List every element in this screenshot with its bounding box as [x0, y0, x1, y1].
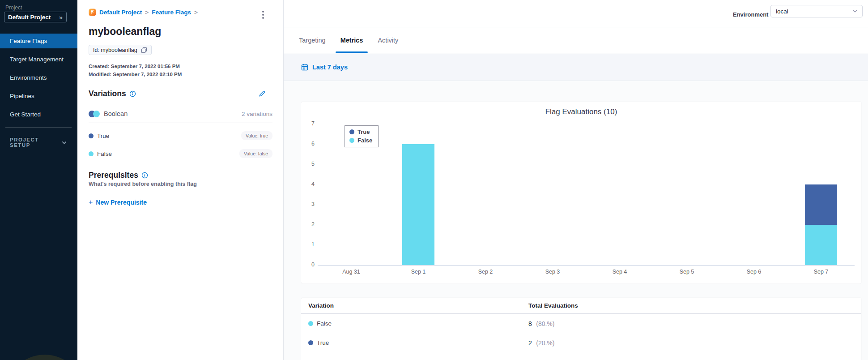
- sidebar-item-get-started[interactable]: Get Started: [0, 107, 77, 122]
- environment-select[interactable]: local: [770, 5, 863, 17]
- x-axis-label: Sep 3: [526, 269, 579, 275]
- bar-false-sep-1: [402, 144, 434, 265]
- environment-select-value: local: [776, 8, 788, 15]
- sidebar-item-environments[interactable]: Environments: [0, 70, 77, 85]
- modified-timestamp: Modified: September 7, 2022 02:10 PM: [89, 72, 182, 77]
- environment-header: Environment local: [284, 0, 868, 27]
- legend-item-false: False: [349, 137, 372, 144]
- main-panel: Environment local Targeting Metrics Acti…: [284, 0, 868, 360]
- y-axis-label: 3: [301, 201, 315, 207]
- sidebar-item-pipelines[interactable]: Pipelines: [0, 89, 77, 103]
- true-variation-dot: [89, 133, 94, 138]
- project-selector-value: Default Project: [8, 14, 51, 21]
- table-row: True 2 (20.%): [301, 333, 861, 352]
- variation-name: False: [97, 150, 112, 157]
- table-row: False 8 (80.%): [301, 314, 861, 333]
- variations-count: 2 variations: [242, 111, 272, 117]
- project-label: Project: [5, 4, 22, 11]
- pencil-icon: [258, 90, 266, 98]
- bar-false-sep-7: [805, 225, 837, 265]
- more-options-button[interactable]: [259, 9, 268, 20]
- table-evaluation-count: 8: [528, 320, 532, 327]
- sidebar-divider: [5, 127, 72, 128]
- x-axis-label: Sep 1: [391, 269, 445, 275]
- variation-value-chip: Value: false: [239, 149, 272, 158]
- column-header-total-evaluations: Total Evaluations: [528, 302, 578, 309]
- y-axis-label: 0: [301, 261, 315, 268]
- sidebar-nav: Feature Flags Target Management Environm…: [0, 34, 77, 125]
- project-selector[interactable]: Default Project »: [4, 12, 67, 22]
- environment-label: Environment: [733, 11, 768, 18]
- breadcrumb-separator: >: [145, 9, 149, 16]
- y-axis-label: 4: [301, 181, 315, 187]
- sidebar-section-project-setup[interactable]: PROJECT SETUP: [10, 137, 67, 148]
- sidebar: Project Default Project » Feature Flags …: [0, 0, 77, 360]
- bar-true-sep-7: [805, 184, 837, 225]
- new-prerequisite-button[interactable]: + New Prerequisite: [89, 198, 147, 206]
- legend-true-dot: [349, 129, 354, 134]
- table-evaluation-percent: (80.%): [536, 320, 554, 327]
- flag-detail-panel: Default Project > Feature Flags > mybool…: [77, 0, 284, 360]
- sidebar-item-feature-flags[interactable]: Feature Flags: [0, 34, 77, 48]
- true-variation-dot: [308, 340, 313, 345]
- date-filter-bar: Last 7 days: [284, 54, 868, 81]
- x-axis-label: Sep 2: [459, 269, 512, 275]
- tab-targeting[interactable]: Targeting: [299, 27, 326, 53]
- info-icon[interactable]: [129, 90, 136, 97]
- info-icon[interactable]: [141, 172, 148, 179]
- y-axis-label: 1: [301, 241, 315, 248]
- created-timestamp: Created: September 7, 2022 01:56 PM: [89, 64, 180, 69]
- x-axis-line: [318, 265, 855, 266]
- y-axis-label: 7: [301, 120, 315, 127]
- chevron-down-icon: [852, 8, 858, 14]
- evaluations-table: Variation Total Evaluations False 8 (80.…: [301, 298, 861, 360]
- flag-id-chip: Id: mybooleanflag: [89, 45, 152, 55]
- x-axis-label: Sep 6: [727, 269, 781, 275]
- calendar-icon: [301, 64, 308, 71]
- variation-row-false: False Value: false: [89, 149, 272, 158]
- tab-bar: Targeting Metrics Activity: [284, 27, 868, 53]
- variation-row-true: True Value: true: [89, 131, 272, 140]
- breadcrumb-feature-flags-link[interactable]: Feature Flags: [152, 9, 191, 16]
- copy-icon[interactable]: [141, 47, 147, 53]
- legend-item-true: True: [349, 129, 372, 135]
- variation-type-row: Boolean 2 variations: [89, 110, 272, 117]
- prerequisites-description: What's required before enabling this fla…: [89, 181, 197, 187]
- variation-name: True: [97, 133, 109, 139]
- tab-activity[interactable]: Activity: [378, 27, 398, 53]
- y-axis-label: 5: [301, 161, 315, 167]
- sidebar-item-target-management[interactable]: Target Management: [0, 52, 77, 67]
- table-variation-name: True: [317, 339, 329, 346]
- prerequisites-heading: Prerequisites: [89, 171, 148, 180]
- breadcrumb-project-link[interactable]: Default Project: [99, 9, 142, 16]
- legend-false-dot: [349, 138, 354, 143]
- table-header-row: Variation Total Evaluations: [301, 298, 861, 314]
- date-range-button[interactable]: Last 7 days: [312, 64, 348, 71]
- table-variation-name: False: [317, 320, 332, 327]
- x-axis-label: Aug 31: [324, 269, 378, 275]
- table-evaluation-count: 2: [528, 339, 532, 347]
- chevron-down-icon: [61, 140, 67, 146]
- plus-icon: +: [89, 198, 93, 206]
- variation-value-chip: Value: true: [241, 131, 272, 140]
- breadcrumb-separator: >: [194, 9, 198, 16]
- double-chevron-icon: »: [59, 13, 63, 21]
- false-variation-dot: [89, 151, 94, 156]
- boolean-type-icon: [89, 111, 100, 117]
- variation-type-label: Boolean: [104, 110, 128, 117]
- help-bubble[interactable]: [5, 355, 84, 360]
- y-axis-label: 2: [301, 221, 315, 227]
- tab-metrics[interactable]: Metrics: [340, 27, 363, 53]
- chart-legend: True False: [345, 125, 379, 147]
- x-axis-label: Sep 4: [593, 269, 647, 275]
- column-header-variation: Variation: [301, 302, 528, 309]
- y-axis-label: 6: [301, 141, 315, 147]
- table-evaluation-percent: (20.%): [536, 339, 554, 347]
- feature-flags-module-icon: [89, 9, 96, 16]
- flag-title: mybooleanflag: [89, 26, 161, 38]
- evaluations-chart-card: Flag Evaluations (10) 01234567Aug 31Sep …: [301, 102, 861, 283]
- divider: [89, 123, 272, 123]
- edit-variations-button[interactable]: [258, 90, 266, 99]
- x-axis-label: Sep 5: [660, 269, 714, 275]
- chart-plot-area: 01234567Aug 31Sep 1Sep 2Sep 3Sep 4Sep 5S…: [301, 102, 861, 283]
